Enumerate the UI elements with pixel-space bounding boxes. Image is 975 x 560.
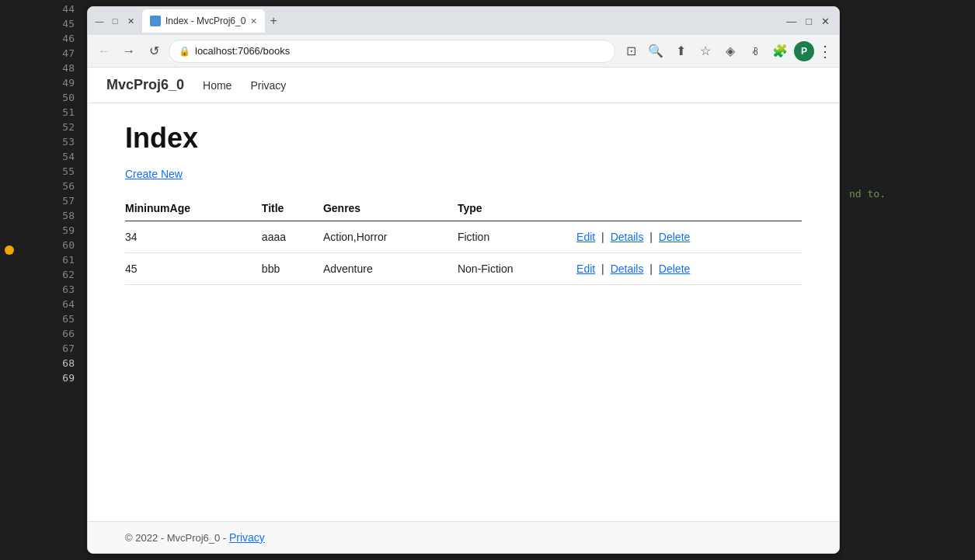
toolbar-icons: ⊡ 🔍 ⬆ ☆ ◈ Ꞗ 🧩 P ⋮	[620, 40, 833, 62]
maximize-button[interactable]: □	[110, 16, 120, 26]
line-44: 44	[0, 2, 78, 16]
close-button[interactable]: ✕	[125, 16, 136, 26]
table-row: 34 aaaa Action,Horror Fiction Edit | Det…	[125, 221, 802, 253]
more-options-button[interactable]: ⋮	[817, 43, 833, 59]
line-64: 64	[0, 297, 78, 311]
line-57: 57	[0, 193, 78, 208]
line-55: 55	[0, 164, 78, 179]
footer-privacy-link[interactable]: Privacy	[229, 531, 265, 544]
line-51: 51	[0, 105, 78, 120]
row2-genres: Adventure	[323, 253, 458, 285]
col-header-title: Title	[262, 196, 323, 221]
row2-minage: 45	[125, 253, 262, 285]
line-45: 45	[0, 16, 78, 31]
row2-edit-button[interactable]: Edit	[576, 263, 595, 275]
row1-sep1: |	[601, 231, 604, 243]
tab-bar: Index - MvcProj6_0 ✕ +	[142, 9, 786, 33]
line-62: 62	[0, 267, 78, 282]
footer-copyright: © 2022 - MvcProj6_0 -	[125, 532, 226, 544]
bookmark-icon[interactable]: ☆	[695, 40, 716, 62]
row1-title: aaaa	[262, 221, 323, 253]
title-bar-controls: — □ ✕	[786, 16, 833, 27]
code-editor-panel: 44 45 46 47 48 49 50 51 52 53 54 55 56 5…	[0, 0, 84, 560]
row2-actions: Edit | Details | Delete	[576, 253, 802, 285]
edge-icon[interactable]: ◈	[719, 40, 741, 62]
site-brand[interactable]: MvcProj6_0	[106, 77, 184, 93]
line-65: 65	[0, 311, 78, 326]
row1-actions: Edit | Details | Delete	[576, 221, 802, 253]
tab-title: Index - MvcProj6_0	[165, 16, 245, 26]
reload-button[interactable]: ↺	[144, 41, 164, 61]
line-48: 48	[0, 61, 78, 75]
line-50: 50	[0, 90, 78, 105]
page-content: MvcProj6_0 Home Privacy Index Create New…	[88, 68, 839, 553]
right-code-text: nd to.	[843, 186, 975, 201]
url-display: localhost:7066/books	[195, 45, 605, 57]
forward-button[interactable]: →	[119, 41, 139, 61]
nav-link-privacy[interactable]: Privacy	[250, 79, 286, 92]
line-67: 67	[0, 341, 78, 356]
site-footer: © 2022 - MvcProj6_0 - Privacy	[88, 521, 839, 553]
line-68: 68	[0, 356, 78, 370]
col-header-actions	[576, 196, 802, 221]
table-row: 45 bbb Adventure Non-Fiction Edit | Deta…	[125, 253, 802, 285]
row1-minage: 34	[125, 221, 262, 253]
line-49: 49	[0, 75, 78, 90]
row2-details-button[interactable]: Details	[611, 263, 644, 275]
line-56: 56	[0, 179, 78, 193]
line-66: 66	[0, 326, 78, 341]
tab-close-button[interactable]: ✕	[250, 16, 257, 26]
window-close-button[interactable]: ✕	[821, 16, 830, 27]
main-content: Index Create New MininumAge Title Genres…	[88, 103, 839, 521]
row1-delete-button[interactable]: Delete	[659, 231, 690, 243]
line-47: 47	[0, 46, 78, 61]
row2-type: Non-Fiction	[458, 253, 576, 285]
window-controls: — □ ✕	[94, 16, 136, 26]
line-numbers: 44 45 46 47 48 49 50 51 52 53 54 55 56 5…	[0, 0, 84, 560]
breakpoint-dot	[5, 245, 14, 255]
row1-edit-button[interactable]: Edit	[576, 231, 595, 243]
col-header-genres: Genres	[323, 196, 458, 221]
window-restore-button[interactable]: □	[806, 16, 812, 27]
browser-window: — □ ✕ Index - MvcProj6_0 ✕ + — □ ✕ ← → ↺…	[87, 6, 840, 554]
address-input-wrap[interactable]: 🔒 localhost:7066/books	[169, 40, 615, 63]
books-table: MininumAge Title Genres Type 34 aaaa Act…	[125, 196, 802, 285]
row2-sep1: |	[601, 263, 604, 275]
table-header-row: MininumAge Title Genres Type	[125, 196, 802, 221]
extensions-icon[interactable]: 🧩	[769, 40, 791, 62]
row2-delete-button[interactable]: Delete	[659, 263, 690, 275]
site-nav: MvcProj6_0 Home Privacy	[88, 68, 839, 103]
line-69: 69	[0, 370, 78, 385]
line-54: 54	[0, 149, 78, 164]
page-title: Index	[125, 122, 802, 155]
zoom-icon[interactable]: 🔍	[645, 40, 667, 62]
window-minimize-button[interactable]: —	[786, 16, 796, 27]
minimize-button[interactable]: —	[94, 16, 105, 26]
col-header-type: Type	[458, 196, 576, 221]
share-icon[interactable]: ⬆	[670, 40, 691, 62]
row1-sep2: |	[649, 231, 653, 243]
line-61: 61	[0, 252, 78, 267]
screenshot-icon[interactable]: ⊡	[620, 40, 642, 62]
bing-icon[interactable]: Ꞗ	[744, 40, 766, 62]
nav-link-home[interactable]: Home	[203, 79, 232, 92]
tab-favicon	[150, 16, 161, 26]
address-bar: ← → ↺ 🔒 localhost:7066/books ⊡ 🔍 ⬆ ☆ ◈ Ꞗ…	[88, 35, 839, 68]
profile-button[interactable]: P	[794, 41, 814, 61]
active-tab[interactable]: Index - MvcProj6_0 ✕	[142, 9, 265, 33]
line-59: 59	[0, 223, 78, 238]
back-button[interactable]: ←	[94, 41, 114, 61]
row2-sep2: |	[649, 263, 653, 275]
new-tab-button[interactable]: +	[265, 14, 281, 28]
row1-genres: Action,Horror	[323, 221, 458, 253]
line-58: 58	[0, 208, 78, 223]
row2-title: bbb	[262, 253, 323, 285]
create-new-link[interactable]: Create New	[125, 168, 183, 180]
lock-icon: 🔒	[179, 46, 190, 57]
row1-type: Fiction	[458, 221, 576, 253]
line-63: 63	[0, 282, 78, 297]
col-header-minage: MininumAge	[125, 196, 262, 221]
row1-details-button[interactable]: Details	[611, 231, 644, 243]
line-52: 52	[0, 120, 78, 134]
title-bar: — □ ✕ Index - MvcProj6_0 ✕ + — □ ✕	[88, 7, 839, 35]
